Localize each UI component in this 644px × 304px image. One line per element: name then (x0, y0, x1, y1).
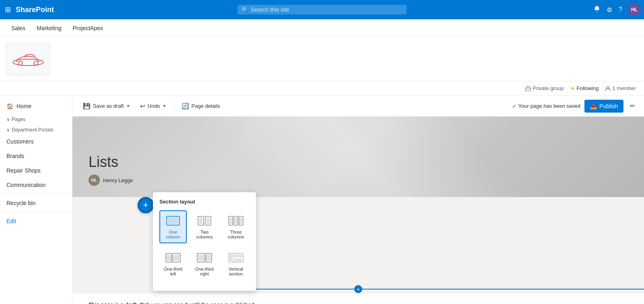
page-details-button[interactable]: 🔄 Page details (178, 100, 225, 112)
sidebar-brands-label: Brands (6, 153, 24, 159)
svg-rect-8 (199, 218, 202, 224)
svg-rect-29 (235, 259, 242, 261)
sidebar-item-home[interactable]: 🏠 Home (0, 99, 72, 113)
app-logo: SharePoint (16, 6, 54, 14)
three-columns-label: Three columns (225, 230, 247, 239)
sidebar-divider-2 (0, 212, 72, 212)
help-icon[interactable]: ? (616, 4, 625, 16)
members-count[interactable]: 1 member (605, 85, 636, 91)
search-input[interactable] (251, 6, 402, 13)
saved-text: Your page has been saved (518, 103, 580, 109)
sidebar-repairshops-label: Repair Shops (6, 167, 41, 174)
top-bar-icons: ⚙ ? HL (591, 3, 641, 16)
search-icon: 🔍 (242, 6, 248, 13)
hero-content: Lists HL Henry Legge (89, 154, 133, 186)
sidebar: 🏠 Home ∨ Pages ∨ Department Portals Cust… (0, 96, 72, 304)
svg-rect-16 (240, 218, 242, 224)
layout-grid-top: One column Two columns (159, 210, 250, 243)
sidebar-edit-link[interactable]: Edit (0, 214, 72, 228)
author-row: HL Henry Legge (89, 175, 133, 186)
save-draft-label: Save as draft (93, 103, 124, 109)
following-status[interactable]: ★ Following (570, 85, 599, 91)
svg-rect-6 (168, 218, 178, 224)
add-section-circle-icon[interactable]: + (138, 197, 154, 213)
sidebar-item-recycle[interactable]: Recycle bin (0, 196, 72, 210)
layout-two-columns[interactable]: Two columns (191, 210, 218, 243)
sidebar-item-repairshops[interactable]: Repair Shops (0, 163, 72, 178)
layout-one-third-left[interactable]: One-third left (159, 247, 187, 280)
one-column-label: One column (162, 230, 184, 239)
toolbar-right: ✓ Your page has been saved 📤 Publish ✏ (512, 100, 638, 113)
chevron-down-icon: ∨ (6, 117, 10, 122)
one-third-left-icon (164, 251, 182, 264)
publish-button[interactable]: 📤 Publish (584, 100, 623, 113)
main-layout: 🏠 Home ∨ Pages ∨ Department Portals Cust… (0, 96, 644, 304)
site-header (0, 37, 644, 81)
svg-rect-24 (207, 255, 211, 261)
sidebar-item-customers[interactable]: Customers (0, 134, 72, 149)
one-third-left-label: One-third left (162, 267, 184, 276)
add-section-button[interactable]: + (138, 197, 154, 213)
svg-point-1 (19, 61, 23, 65)
svg-rect-3 (526, 88, 530, 91)
top-bar: ⊞ SharePoint 🔍 ⚙ ? HL (0, 0, 644, 19)
toolbar-divider (174, 101, 174, 111)
nav-item-marketing[interactable]: Marketing (32, 22, 66, 35)
nav-item-projectapex[interactable]: ProjectApex (68, 22, 108, 35)
svg-rect-14 (235, 218, 237, 224)
sidebar-customers-label: Customers (6, 138, 34, 145)
sidebar-dept-label: Department Portals (12, 127, 53, 133)
layout-one-third-right[interactable]: One-third right (191, 247, 218, 280)
members-text: 1 member (612, 85, 636, 91)
sidebar-divider (0, 194, 72, 194)
svg-rect-10 (206, 218, 210, 224)
svg-rect-12 (229, 218, 232, 224)
sidebar-communication-label: Communication (6, 182, 45, 188)
svg-rect-27 (229, 255, 233, 261)
user-avatar[interactable]: HL (628, 3, 641, 16)
chevron-down-icon-2: ∨ (6, 127, 10, 133)
two-columns-icon (196, 214, 213, 227)
sidebar-recycle-label: Recycle bin (6, 200, 35, 206)
star-icon: ★ (570, 85, 575, 91)
settings-icon[interactable]: ⚙ (604, 4, 615, 16)
two-columns-label: Two columns (193, 230, 216, 239)
saved-message: ✓ Your page has been saved (512, 103, 580, 109)
save-as-draft-button[interactable]: 💾 Save as draft ▼ (79, 100, 134, 112)
undo-dropdown-arrow: ▼ (163, 104, 167, 108)
details-icon: 🔄 (182, 103, 189, 110)
sidebar-item-brands[interactable]: Brands (0, 149, 72, 163)
sidebar-home-label: Home (17, 103, 31, 109)
svg-rect-20 (173, 255, 180, 261)
nav-item-sales[interactable]: Sales (6, 22, 30, 35)
sidebar-dept-section[interactable]: ∨ Department Portals (0, 124, 72, 134)
sidebar-pages-section[interactable]: ∨ Pages (0, 113, 72, 124)
svg-rect-28 (235, 255, 242, 257)
layout-grid-bottom: One-third left One-third right (159, 247, 250, 280)
vertical-section-icon (227, 251, 245, 264)
divider-circle[interactable]: + (354, 285, 362, 293)
undo-button[interactable]: ↩ Undo ▼ (136, 100, 171, 112)
one-third-right-icon (196, 251, 213, 264)
layout-one-column[interactable]: One column (159, 210, 187, 243)
svg-rect-18 (167, 255, 171, 261)
private-group-label: Private group (525, 85, 564, 91)
one-column-icon (164, 214, 182, 227)
check-icon: ✓ (512, 103, 517, 109)
sidebar-item-communication[interactable]: Communication (0, 178, 72, 192)
page-title: Lists (89, 154, 133, 170)
hero-section: Lists HL Henry Legge (72, 117, 644, 197)
layout-three-columns[interactable]: Three columns (222, 210, 250, 243)
edit-pencil-icon[interactable]: ✏ (627, 100, 638, 112)
following-text: Following (577, 85, 599, 91)
published-link[interactable]: the page is published. (201, 302, 256, 304)
author-avatar: HL (89, 175, 100, 186)
svg-rect-22 (198, 255, 204, 261)
waffle-icon[interactable]: ⊞ (3, 4, 12, 16)
publish-icon: 📤 (590, 103, 597, 109)
layout-vertical-section[interactable]: Vertical section (222, 247, 250, 280)
page-details-label: Page details (192, 103, 221, 109)
notification-icon[interactable] (591, 3, 603, 16)
section-layout-popup: Section layout One column (153, 192, 256, 291)
search-bar[interactable]: 🔍 (237, 5, 407, 14)
